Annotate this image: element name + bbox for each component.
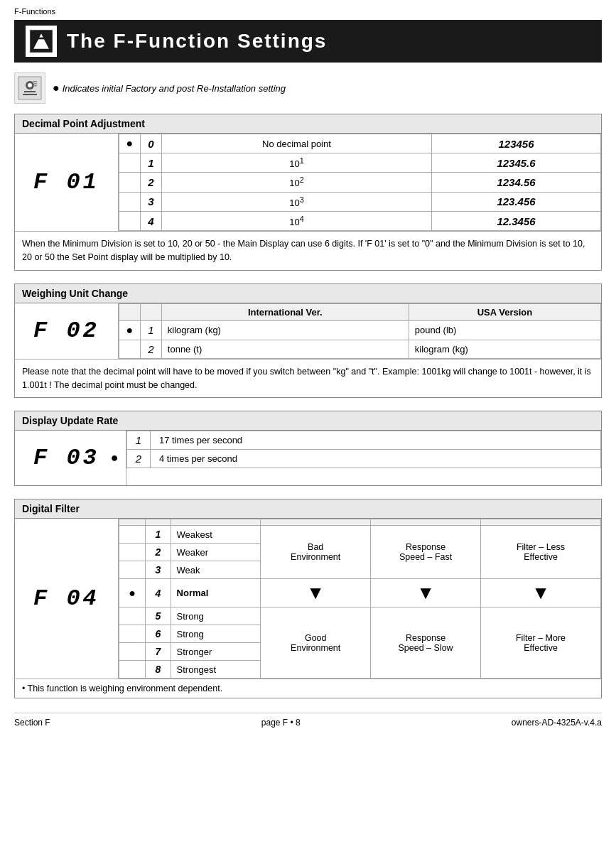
page-title: The F-Function Settings: [67, 30, 327, 53]
dp-num-2: 2: [140, 173, 161, 192]
dp-display-2: 1234.56: [432, 173, 601, 192]
filter-label-0: Weakest: [171, 526, 261, 544]
weighing-unit-note: Please note that the decimal point will …: [15, 359, 601, 398]
filter-bullet-7: [119, 661, 146, 679]
filter-label-6: Stronger: [171, 643, 261, 661]
bad-env-col: [261, 519, 371, 526]
display-update-title: Display Update Rate: [15, 411, 601, 431]
filter-bullet-4: [119, 607, 146, 625]
f04-display: F 04: [22, 578, 111, 619]
filter-num-5: 6: [146, 625, 171, 643]
svg-rect-9: [33, 83, 37, 85]
filter-label-7: Strongest: [171, 661, 261, 679]
f03-bullet: ●: [111, 450, 119, 465]
filter-num-6: 7: [146, 643, 171, 661]
filter-label-1: Weaker: [171, 544, 261, 561]
filter-num-0: 1: [146, 526, 171, 544]
dur-desc-0: 17 times per second: [151, 431, 601, 450]
dp-bullet-3: [119, 192, 140, 211]
digital-filter-note: • This function is weighing environment …: [15, 679, 601, 698]
dp-display-1: 12345.6: [432, 153, 601, 173]
dp-num-0: 0: [140, 134, 161, 153]
filter-bullet-0: [119, 526, 146, 544]
arrow-filter: ▼: [481, 579, 601, 607]
wu-intl-0: kilogram (kg): [161, 320, 409, 340]
f04-code: F 04: [15, 519, 119, 679]
bad-env-label: BadEnvironment: [261, 526, 371, 579]
f01-code: F 01: [15, 134, 119, 231]
dp-desc-2: 102: [161, 173, 431, 192]
filter-less-col: [481, 519, 601, 526]
wu-usa-0: pound (lb): [409, 320, 600, 340]
filter-num-2: 3: [146, 561, 171, 579]
dp-desc-0: No decimal point: [161, 134, 431, 153]
dp-display-3: 123.456: [432, 192, 601, 211]
wu-usa-1: kilogram (kg): [409, 340, 600, 358]
dp-desc-1: 101: [161, 153, 431, 173]
wu-num-1: 2: [140, 340, 161, 358]
footer-doc: owners-AD-4325A-v.4.a: [512, 718, 602, 728]
filter-bullet-1: [119, 544, 146, 561]
svg-rect-7: [23, 94, 37, 95]
dp-desc-3: 103: [161, 192, 431, 211]
digital-filter-title: Digital Filter: [15, 499, 601, 519]
f01-rows: ● 0 No decimal point 123456 1 101 12345.…: [119, 134, 601, 231]
wu-bullet-0: ●: [119, 320, 140, 340]
weighing-unit-section: Weighing Unit Change F 02 International …: [14, 283, 602, 399]
filter-label-3: Normal: [171, 579, 261, 607]
filter-num-7: 8: [146, 661, 171, 679]
good-env-label: GoodEnvironment: [261, 607, 371, 679]
digital-filter-section: Digital Filter F 04: [14, 499, 602, 698]
decimal-point-section: Decimal Point Adjustment F 01 ● 0 No dec…: [14, 114, 602, 271]
filter-num-3: 4: [146, 579, 171, 607]
factory-note: ●Indicates initial Factory and post Re-I…: [14, 72, 602, 104]
factory-note-text: ●Indicates initial Factory and post Re-I…: [53, 82, 286, 94]
footer-section: Section F: [14, 718, 50, 728]
f03-code: F 03●: [15, 431, 126, 485]
footer: Section F page F • 8 owners-AD-4325A-v.4…: [14, 713, 602, 728]
response-fast-label: ResponseSpeed – Fast: [371, 526, 481, 579]
dp-bullet-2: [119, 173, 140, 192]
filter-more-label: Filter – MoreEffective: [481, 607, 601, 679]
breadcrumb: F-Functions: [14, 7, 602, 16]
header-banner: The F-Function Settings: [14, 20, 602, 63]
wu-num-0: 1: [140, 320, 161, 340]
filter-bullet-2: [119, 561, 146, 579]
decimal-point-title: Decimal Point Adjustment: [15, 114, 601, 134]
dp-bullet-4: [119, 211, 140, 230]
filter-num-1: 2: [146, 544, 171, 561]
filter-label-4: Strong: [171, 607, 261, 625]
wu-bullet-1: [119, 340, 140, 358]
f01-display: F 01: [22, 162, 111, 202]
f04-table-area: 1Weakest BadEnvironment ResponseSpeed – …: [119, 519, 601, 679]
arrow-env: ▼: [261, 579, 371, 607]
filter-bullet-5: [119, 625, 146, 643]
response-fast-col: [371, 519, 481, 526]
response-slow-label: ResponseSpeed – Slow: [371, 607, 481, 679]
arrow-response: ▼: [371, 579, 481, 607]
filter-bullet-6: [119, 643, 146, 661]
filter-label-2: Weak: [171, 561, 261, 579]
dp-num-1: 1: [140, 153, 161, 173]
factory-icon: [14, 72, 45, 104]
bullet-dot: ●: [53, 82, 60, 94]
header-icon: [26, 26, 57, 57]
decimal-point-note: When the Minimum Division is set to 10, …: [15, 231, 601, 270]
dp-bullet-1: [119, 153, 140, 173]
filter-bullet-3: ●: [119, 579, 146, 607]
factory-note-label: Indicates initial Factory and post Re-In…: [63, 83, 286, 94]
filter-label-5: Strong: [171, 625, 261, 643]
svg-rect-10: [33, 85, 37, 87]
svg-point-5: [28, 83, 32, 87]
col-intl: International Ver.: [161, 303, 409, 320]
dp-bullet-0: ●: [119, 134, 140, 153]
dp-num-3: 3: [140, 192, 161, 211]
svg-rect-2: [38, 38, 45, 40]
dur-num-0: 1: [126, 431, 150, 450]
dp-display-0: 123456: [432, 134, 601, 153]
dp-display-4: 12.3456: [432, 211, 601, 230]
dp-num-4: 4: [140, 211, 161, 230]
weighing-unit-title: Weighing Unit Change: [15, 284, 601, 303]
display-update-section: Display Update Rate F 03● 1 17 times per…: [14, 411, 602, 486]
filter-num-4: 5: [146, 607, 171, 625]
